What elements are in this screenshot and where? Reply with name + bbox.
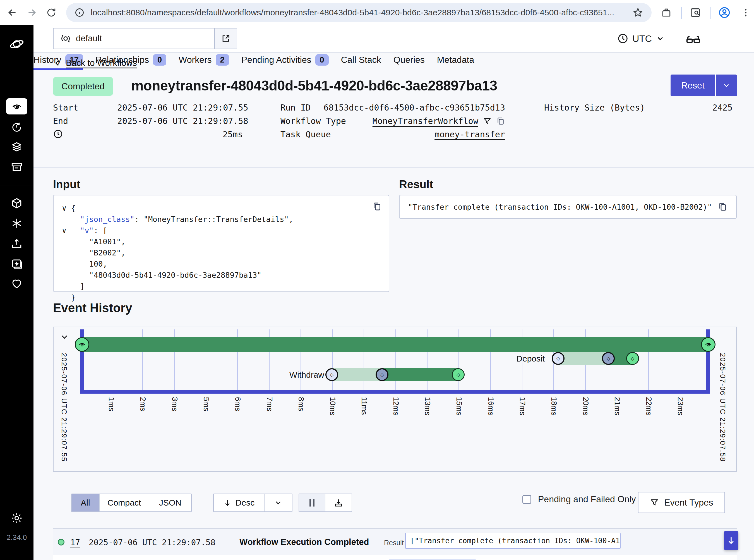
tab-badge: 2 — [216, 54, 229, 66]
withdraw-started-marker[interactable]: ◇ — [375, 368, 388, 381]
deposit-pending-bar — [558, 352, 608, 365]
tab-metadata[interactable]: Metadata — [437, 55, 474, 69]
tab-workers[interactable]: Workers 2 — [179, 54, 229, 70]
tab-label: Pending Activities — [241, 55, 311, 65]
bookmark-star-icon[interactable] — [633, 7, 643, 18]
timeline-collapse-chevron-icon[interactable] — [60, 332, 69, 342]
deposit-span-label: Deposit — [500, 354, 545, 363]
kebab-menu-icon[interactable] — [739, 6, 752, 19]
json-text: "A1001", — [89, 237, 126, 246]
temporal-ui-screen: localhost:8080/namespaces/default/workfl… — [0, 0, 754, 560]
sidebar-item-nexus-icon[interactable] — [0, 216, 34, 231]
theme-toggle-sun-icon[interactable] — [0, 510, 34, 526]
tab-call-stack[interactable]: Call Stack — [341, 55, 381, 69]
event-result-code[interactable]: ["Transfer complete (transaction IDs: OK… — [405, 533, 620, 549]
extensions-icon[interactable] — [660, 6, 673, 19]
download-history-button[interactable] — [325, 494, 352, 512]
withdraw-span-label: Withdraw — [274, 370, 324, 380]
task-queue-link[interactable]: money-transfer — [434, 129, 505, 139]
copy-icon[interactable] — [718, 202, 728, 212]
deposit-completed-marker[interactable]: ◇ — [626, 352, 639, 365]
temporal-logo[interactable] — [0, 36, 34, 52]
browser-forward-icon[interactable] — [25, 6, 39, 19]
workflow-detail-page: Back to Workflows Completed moneytransfe… — [34, 53, 754, 560]
withdraw-completed-marker[interactable]: ◇ — [452, 368, 465, 381]
sidebar-item-feedback-heart-icon[interactable] — [0, 276, 34, 292]
address-bar[interactable]: localhost:8080/namespaces/default/workfl… — [66, 3, 652, 22]
timeline-tick-label: 12ms — [391, 397, 400, 415]
sidebar-item-docs-icon[interactable] — [0, 256, 34, 271]
chevron-down-icon — [656, 34, 665, 43]
reset-split-button: Reset — [671, 75, 737, 96]
profile-avatar-icon[interactable] — [718, 6, 731, 19]
event-row-17[interactable]: 17 2025-07-06 UTC 21:29:07.58 Workflow E… — [53, 529, 737, 555]
result-box: "Transfer complete (transaction IDs: OKW… — [399, 195, 737, 219]
back-link-label: Back to Workflows — [66, 58, 137, 68]
workflow-title: moneytransfer-48043d0d-5b41-4920-bd6c-3a… — [131, 78, 497, 94]
playback-control — [299, 494, 352, 512]
namespace-open-icon[interactable] — [214, 28, 237, 48]
tab-pending-activities[interactable]: Pending Activities 0 — [241, 54, 329, 70]
browser-back-icon[interactable] — [5, 6, 19, 19]
event-history-title: Event History — [53, 301, 132, 315]
sidebar-item-import-icon[interactable] — [0, 236, 34, 252]
event-types-filter-button[interactable]: Event Types — [638, 492, 725, 513]
back-to-workflows-link[interactable]: Back to Workflows — [53, 58, 137, 68]
namespace-switcher[interactable]: default — [53, 28, 237, 49]
view-all-button[interactable]: All — [72, 494, 100, 512]
sidebar-item-deployments-icon[interactable] — [0, 139, 34, 155]
workflow-start-event-marker[interactable] — [75, 337, 89, 352]
event-id-link[interactable]: 17 — [70, 538, 80, 547]
arrow-down-icon — [726, 536, 736, 545]
event-row-16[interactable]: 16 2025-07-06 UTC 21:29:07.58 Workflow T… — [53, 555, 737, 560]
deposit-scheduled-marker[interactable]: ◇ — [552, 352, 565, 365]
namespace-icon — [60, 33, 71, 44]
sidebar-item-batch-operations-icon[interactable] — [0, 159, 34, 175]
pause-button[interactable] — [299, 494, 325, 512]
reset-menu-button[interactable] — [715, 75, 737, 96]
detail-tabs: History 17 Relationships 0 Workers 2 Pen… — [34, 53, 754, 71]
timezone-label: UTC — [632, 33, 652, 44]
history-size-label: History Size (Bytes) — [544, 103, 645, 113]
workflow-end-event-marker[interactable] — [701, 337, 715, 352]
pending-failed-checkbox[interactable] — [523, 495, 531, 504]
end-label: End — [53, 116, 68, 126]
filter-funnel-icon — [650, 498, 659, 507]
collapse-chevron: ∨ — [62, 204, 71, 213]
sort-menu-button[interactable] — [265, 494, 292, 512]
labs-glasses-icon[interactable] — [685, 31, 701, 47]
tab-queries[interactable]: Queries — [393, 55, 425, 69]
duration-clock-icon — [53, 129, 63, 139]
sidebar-item-schedules-icon[interactable] — [0, 119, 34, 135]
json-text: "B2002", — [89, 248, 126, 257]
sidebar-item-namespaces-icon[interactable] — [0, 195, 34, 211]
withdraw-scheduled-marker[interactable]: ◇ — [325, 368, 338, 381]
app-top-bar: default UTC — [34, 25, 754, 53]
workflow-type-link[interactable]: MoneyTransferWorkflow — [372, 116, 478, 126]
scroll-to-bottom-button[interactable] — [724, 531, 738, 550]
pending-failed-filter: Pending and Failed Only — [523, 494, 636, 504]
result-value: "Transfer complete (transaction IDs: OKW… — [408, 203, 718, 211]
timeline-tick-label: 10ms — [328, 397, 337, 415]
view-json-button[interactable]: JSON — [149, 494, 191, 512]
timeline-axis-bottom — [80, 390, 710, 394]
filter-funnel-icon[interactable] — [483, 117, 492, 126]
site-info-icon[interactable] — [75, 7, 85, 18]
run-id-value: 68153dcc-d0f6-4500-afbc-c93651b75d13 — [312, 103, 505, 113]
browser-reload-icon[interactable] — [45, 6, 58, 19]
app-version: 2.34.0 — [0, 533, 34, 542]
deposit-started-marker[interactable]: ◇ — [602, 352, 615, 365]
json-key: "json_class" — [80, 215, 135, 224]
timeline-tick-label: 13ms — [423, 397, 432, 415]
copy-icon[interactable] — [496, 117, 505, 126]
copy-icon[interactable] — [372, 202, 382, 212]
status-badge: Completed — [53, 77, 113, 96]
reset-button[interactable]: Reset — [671, 75, 715, 96]
side-panel-search-icon[interactable] — [689, 6, 702, 19]
namespace-current[interactable]: default — [54, 28, 214, 48]
sort-desc-button[interactable]: Desc — [214, 494, 265, 512]
sidebar-item-workflows-active[interactable] — [6, 98, 27, 115]
view-compact-button[interactable]: Compact — [100, 494, 149, 512]
withdraw-pending-bar — [332, 368, 382, 381]
timezone-picker[interactable]: UTC — [617, 30, 665, 47]
